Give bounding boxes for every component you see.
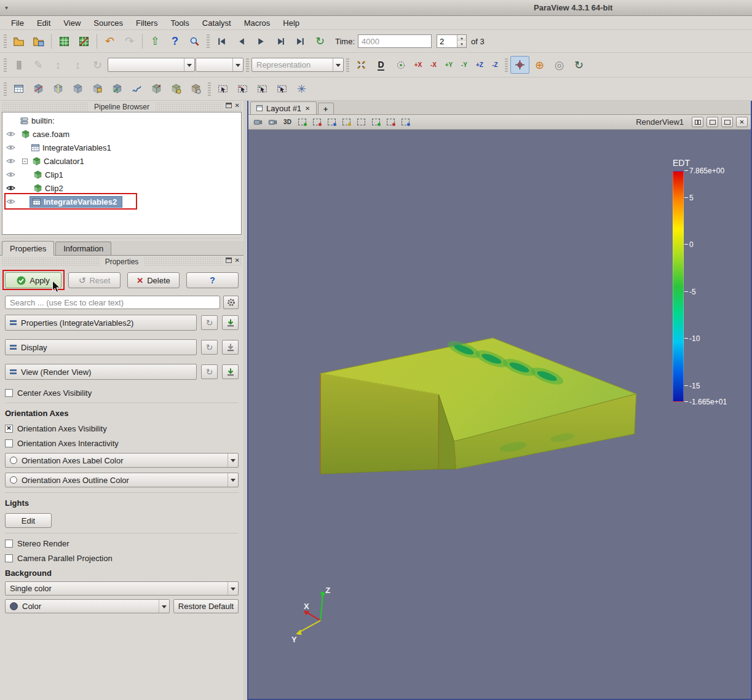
section-view-header[interactable]: View (Render View) <box>5 364 197 380</box>
visibility-eye-icon[interactable] <box>6 130 15 138</box>
interactive-select-points-button[interactable] <box>384 116 397 128</box>
tab-information[interactable]: Information <box>55 242 111 255</box>
find-data-button[interactable] <box>185 33 204 50</box>
frame-up-button[interactable]: ▲ <box>457 35 466 41</box>
menu-view[interactable]: View <box>57 17 87 29</box>
frame-spinbox[interactable]: ▲ ▼ <box>437 34 467 48</box>
extract-subset-filter-button[interactable] <box>88 80 107 98</box>
select-cells-through-button[interactable] <box>325 116 338 128</box>
colorby-component-dropdown[interactable] <box>196 58 243 72</box>
toolbar-handle[interactable] <box>246 58 249 72</box>
loop-toggle[interactable]: ↻ <box>311 33 330 50</box>
toolbar-handle[interactable] <box>4 82 7 96</box>
save-properties-defaults-button[interactable] <box>222 315 239 330</box>
center-axes-checkbox[interactable] <box>5 389 13 397</box>
set-view-minus-x-button[interactable]: -X <box>426 56 441 74</box>
time-input[interactable] <box>358 34 432 48</box>
split-horizontal-button[interactable] <box>692 117 703 127</box>
first-frame-button[interactable] <box>212 33 231 50</box>
colorby-field-dropdown[interactable] <box>108 58 195 72</box>
pipeline-browser-dock-title[interactable]: Pipeline Browser ✕ <box>2 102 242 112</box>
dock-close-button[interactable]: ✕ <box>235 103 240 109</box>
representation-dropdown[interactable]: Representation <box>251 58 344 72</box>
menu-edit[interactable]: Edit <box>31 17 57 29</box>
set-view-minus-z-button[interactable]: -Z <box>488 56 502 74</box>
stereo-render-checkbox[interactable] <box>5 540 13 548</box>
color-legend[interactable]: EDT 7.865e+00 5 0 -5 -10 -15 -1.665e+01 <box>671 158 751 402</box>
previous-frame-button[interactable] <box>232 33 251 50</box>
menu-tools[interactable]: Tools <box>164 17 195 29</box>
background-color-button[interactable]: Color <box>5 599 170 613</box>
open-file-button[interactable] <box>9 33 28 50</box>
background-mode-dropdown[interactable]: Single color <box>5 581 239 596</box>
visibility-eye-icon[interactable] <box>6 198 15 205</box>
visibility-eye-icon[interactable] <box>6 184 15 192</box>
menu-filters[interactable]: Filters <box>130 17 164 29</box>
menu-file[interactable]: File <box>5 17 30 29</box>
orientation-axes-visibility-checkbox[interactable]: ✕ <box>5 425 13 433</box>
search-options-button[interactable] <box>223 296 239 309</box>
toolbar-handle[interactable] <box>505 58 508 72</box>
delete-button[interactable]: ✕ Delete <box>127 272 180 288</box>
interactive-select-cells-button[interactable] <box>370 116 382 128</box>
dropdown-arrow-icon[interactable] <box>228 473 238 487</box>
camera-parallel-checkbox[interactable] <box>5 554 13 562</box>
edit-camera-button[interactable] <box>251 116 264 128</box>
connect-server-button[interactable] <box>55 33 74 50</box>
group-datasets-filter-button[interactable] <box>167 80 186 98</box>
reset-camera-button[interactable] <box>352 56 371 74</box>
pipeline-item-clip1[interactable]: Clip1 <box>2 168 241 181</box>
rescale-temporal-button[interactable]: ↻ <box>88 56 107 74</box>
tab-properties[interactable]: Properties <box>2 241 54 256</box>
glyph-filter-button[interactable] <box>108 80 127 98</box>
visibility-eye-icon[interactable] <box>6 171 15 178</box>
toolbar-handle[interactable] <box>207 34 210 48</box>
toolbar-handle[interactable] <box>346 58 349 72</box>
rescale-custom-button[interactable]: ↕ <box>68 56 87 74</box>
add-layout-tab[interactable]: + <box>318 103 334 114</box>
select-cells-on-button[interactable] <box>296 116 309 128</box>
select-points-through-button[interactable] <box>340 116 353 128</box>
set-view-plus-x-button[interactable]: +X <box>411 56 425 74</box>
dock-float-button[interactable] <box>226 103 232 108</box>
menu-help[interactable]: Help <box>277 17 306 29</box>
select-block-button[interactable] <box>355 116 368 128</box>
toolbar-handle[interactable] <box>208 82 211 96</box>
dropdown-arrow-icon[interactable] <box>228 454 238 467</box>
calculator-filter-button[interactable] <box>9 80 28 98</box>
visibility-eye-icon[interactable] <box>6 157 15 165</box>
orientation-axes-label-color-button[interactable]: Orientation Axes Label Color <box>5 453 239 468</box>
play-button[interactable] <box>251 33 271 50</box>
section-display-header[interactable]: Display <box>5 339 197 355</box>
edit-lights-button[interactable]: Edit <box>5 513 52 528</box>
menu-sources[interactable]: Sources <box>87 17 129 29</box>
reset-center-button[interactable]: ⊕ <box>530 56 549 74</box>
window-menu-icon[interactable]: ▾ <box>5 4 8 11</box>
rubber-band-zoom-button[interactable] <box>391 56 410 74</box>
select-cells-polygon-button[interactable] <box>253 80 272 98</box>
hover-points-button[interactable] <box>399 116 412 128</box>
stream-tracer-filter-button[interactable] <box>127 80 146 98</box>
edit-color-map-button[interactable]: ✎ <box>29 56 48 74</box>
help-button[interactable]: ? <box>165 33 184 50</box>
toolbar-handle[interactable] <box>4 34 7 48</box>
undo-button[interactable]: ↶ <box>100 33 119 50</box>
copy-view-button[interactable]: ↻ <box>201 364 218 379</box>
select-points-on-button[interactable] <box>311 116 323 128</box>
next-frame-button[interactable] <box>271 33 290 50</box>
menu-catalyst[interactable]: Catalyst <box>196 17 237 29</box>
dropdown-arrow-icon[interactable] <box>159 600 169 613</box>
extract-group-filter-button[interactable] <box>186 80 205 98</box>
disconnect-server-button[interactable] <box>74 33 93 50</box>
pipeline-item-calculator1[interactable]: − Calculator1 <box>2 154 241 168</box>
properties-dock-title[interactable]: Properties ✕ <box>2 257 242 267</box>
select-points-polygon-button[interactable] <box>272 80 291 98</box>
tree-collapse-icon[interactable]: − <box>22 159 28 164</box>
panel-splitter-handle[interactable] <box>2 235 242 241</box>
set-view-plus-y-button[interactable]: +Y <box>441 56 456 74</box>
interaction-mode-toggle[interactable]: 3D <box>281 116 294 128</box>
restore-default-button[interactable]: Restore Default <box>173 599 239 613</box>
pipeline-item-integratevariables2[interactable]: IntegrateVariables2 <box>2 195 241 208</box>
rescale-to-data-button[interactable]: ↕ <box>49 56 68 74</box>
last-frame-button[interactable] <box>291 33 310 50</box>
